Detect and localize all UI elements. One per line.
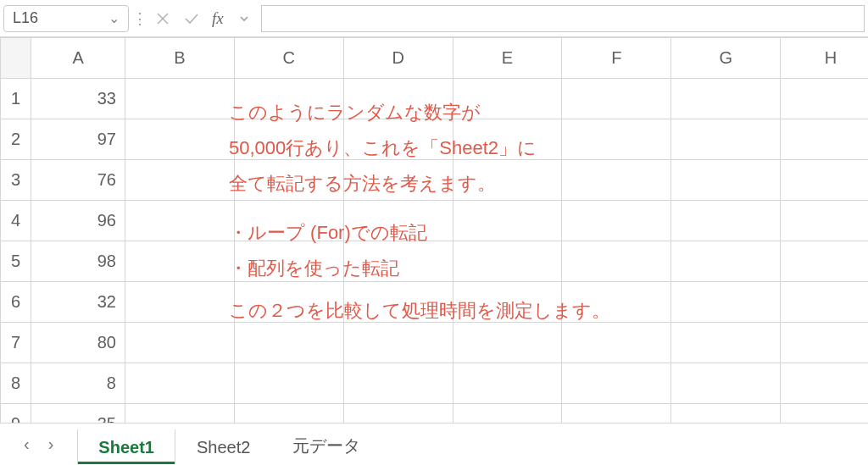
cell[interactable]: [453, 323, 562, 363]
cell[interactable]: [125, 323, 234, 363]
chevron-down-icon[interactable]: [236, 10, 253, 27]
cell[interactable]: [125, 404, 234, 423]
cell[interactable]: [781, 404, 868, 423]
cell[interactable]: [781, 241, 868, 282]
row-header[interactable]: 6: [1, 282, 31, 323]
row-header[interactable]: 4: [1, 201, 31, 241]
cell[interactable]: 8: [31, 363, 125, 404]
cell[interactable]: [781, 323, 868, 363]
cell[interactable]: [234, 119, 343, 160]
cell[interactable]: [671, 160, 781, 201]
cell[interactable]: [671, 79, 781, 119]
cell[interactable]: [671, 241, 781, 282]
cell[interactable]: [234, 404, 343, 423]
cell[interactable]: [671, 201, 781, 241]
cell[interactable]: [125, 119, 234, 160]
row-header[interactable]: 5: [1, 241, 31, 282]
cell[interactable]: [125, 79, 234, 119]
cell[interactable]: [781, 160, 868, 201]
cell[interactable]: [453, 201, 562, 241]
formula-input[interactable]: [261, 5, 865, 32]
cell[interactable]: [453, 404, 562, 423]
cell[interactable]: [453, 160, 562, 201]
cell[interactable]: [343, 241, 453, 282]
cell[interactable]: 35: [31, 404, 125, 423]
row-header[interactable]: 7: [1, 323, 31, 363]
cell[interactable]: [671, 404, 781, 423]
cell[interactable]: [562, 119, 671, 160]
select-all-corner[interactable]: [1, 38, 31, 79]
col-header[interactable]: E: [453, 38, 562, 79]
cell[interactable]: [125, 363, 234, 404]
cell[interactable]: [234, 201, 343, 241]
cell[interactable]: [671, 282, 781, 323]
sheet-tab[interactable]: Sheet2: [175, 429, 271, 465]
cell[interactable]: [781, 119, 868, 160]
cell[interactable]: 96: [31, 201, 125, 241]
cell[interactable]: [453, 363, 562, 404]
cell[interactable]: [453, 119, 562, 160]
cell[interactable]: 76: [31, 160, 125, 201]
row-header[interactable]: 3: [1, 160, 31, 201]
cell[interactable]: [343, 363, 453, 404]
cell[interactable]: [781, 363, 868, 404]
cell[interactable]: [343, 79, 453, 119]
cell[interactable]: [343, 119, 453, 160]
cell[interactable]: [453, 282, 562, 323]
col-header[interactable]: H: [781, 38, 868, 79]
cell[interactable]: [562, 404, 671, 423]
cell[interactable]: [671, 119, 781, 160]
fx-label[interactable]: fx: [212, 9, 224, 28]
cell[interactable]: [125, 160, 234, 201]
cell[interactable]: [453, 241, 562, 282]
cell[interactable]: [453, 79, 562, 119]
sheet-next-icon[interactable]: ›: [48, 435, 54, 454]
cancel-icon[interactable]: [154, 10, 171, 27]
cell[interactable]: 97: [31, 119, 125, 160]
cell[interactable]: [562, 323, 671, 363]
cell[interactable]: [125, 201, 234, 241]
cell[interactable]: [562, 363, 671, 404]
cell[interactable]: [234, 160, 343, 201]
accept-icon[interactable]: [183, 10, 200, 27]
row-header[interactable]: 9: [1, 404, 31, 423]
cell[interactable]: [234, 282, 343, 323]
cell[interactable]: [125, 241, 234, 282]
col-header[interactable]: B: [125, 38, 234, 79]
col-header[interactable]: D: [343, 38, 453, 79]
cell[interactable]: [562, 79, 671, 119]
row-header[interactable]: 8: [1, 363, 31, 404]
col-header[interactable]: A: [31, 38, 125, 79]
cell[interactable]: [562, 241, 671, 282]
col-header[interactable]: G: [671, 38, 781, 79]
cell[interactable]: [343, 282, 453, 323]
row-header[interactable]: 1: [1, 79, 31, 119]
col-header[interactable]: F: [562, 38, 671, 79]
sheet-tab[interactable]: 元データ: [271, 426, 381, 465]
cell[interactable]: [234, 363, 343, 404]
cell[interactable]: [343, 404, 453, 423]
cell[interactable]: [781, 282, 868, 323]
sheet-tab[interactable]: Sheet1: [77, 429, 175, 465]
cell[interactable]: [562, 282, 671, 323]
cell[interactable]: 32: [31, 282, 125, 323]
cell[interactable]: [234, 241, 343, 282]
col-header[interactable]: C: [234, 38, 343, 79]
cell[interactable]: [562, 160, 671, 201]
cell[interactable]: [343, 160, 453, 201]
cell[interactable]: [562, 201, 671, 241]
cell[interactable]: 80: [31, 323, 125, 363]
cell[interactable]: [234, 79, 343, 119]
cell[interactable]: [343, 201, 453, 241]
sheet-prev-icon[interactable]: ‹: [24, 435, 30, 454]
cell[interactable]: [125, 282, 234, 323]
row-header[interactable]: 2: [1, 119, 31, 160]
cell[interactable]: [343, 323, 453, 363]
name-box[interactable]: L16 ⌄: [3, 5, 129, 32]
grid-table[interactable]: A B C D E F G H 133297376496598632780889…: [0, 37, 868, 423]
cell[interactable]: [234, 323, 343, 363]
cell[interactable]: 33: [31, 79, 125, 119]
spreadsheet-grid[interactable]: A B C D E F G H 133297376496598632780889…: [0, 37, 868, 423]
cell[interactable]: [671, 363, 781, 404]
cell[interactable]: 98: [31, 241, 125, 282]
